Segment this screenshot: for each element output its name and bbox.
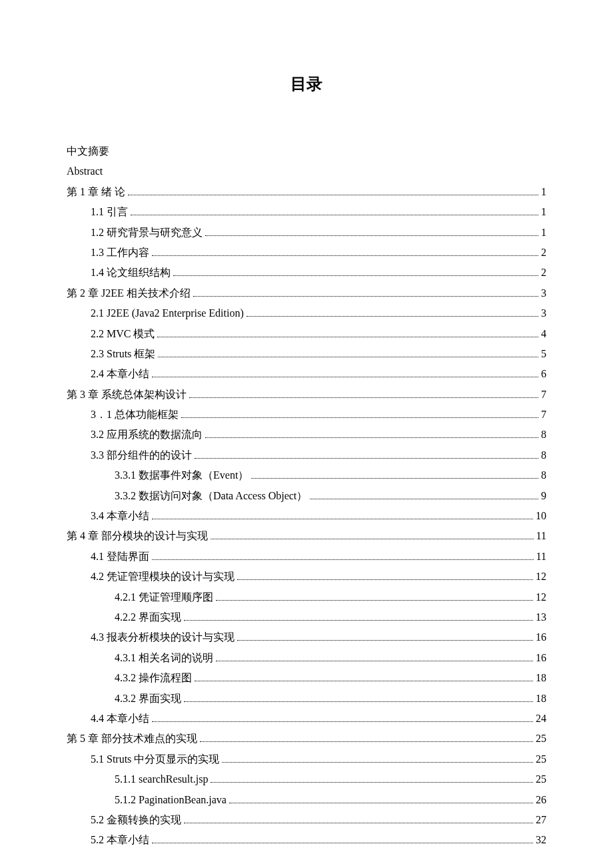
toc-entry-leader [152, 255, 538, 256]
toc-entry: 第 1 章 绪 论1 [67, 182, 546, 202]
toc-entry: 3.4 本章小结10 [67, 506, 546, 526]
toc-entry: 第 3 章 系统总体架构设计7 [67, 385, 546, 405]
toc-entry-page: 6 [541, 364, 546, 384]
toc-entry-leader [205, 235, 538, 236]
toc-entry-leader [128, 195, 538, 195]
toc-entry-leader [152, 559, 534, 560]
toc-entry-page: 12 [536, 567, 546, 587]
toc-entry: 1.3 工作内容2 [67, 243, 546, 263]
toc-entry-label: 4.2 凭证管理模块的设计与实现 [91, 567, 235, 587]
toc-entry-label: 3.4 本章小结 [91, 506, 149, 526]
toc-entry-label: 5.1.2 PaginationBean.java [115, 790, 227, 810]
toc-entry-page: 1 [541, 182, 546, 202]
toc-entry-label: 1.4 论文组织结构 [91, 263, 171, 283]
toc-entry-page: 13 [536, 607, 546, 627]
toc-entry-page: 3 [541, 283, 546, 303]
toc-entry-leader [195, 458, 538, 459]
toc-entry-label: 4.1 登陆界面 [91, 547, 149, 567]
toc-entry-label: 1.2 研究背景与研究意义 [91, 223, 203, 243]
toc-entry: 5.1.1 searchResult.jsp25 [67, 769, 546, 789]
toc-entry-leader [222, 762, 533, 763]
toc-entry: 4.2.2 界面实现13 [67, 607, 546, 627]
toc-entry: 4.3 报表分析模块的设计与实现16 [67, 627, 546, 647]
toc-entry-page: 1 [541, 223, 546, 243]
toc-entry-leader [152, 519, 533, 519]
toc-entry-label: 4.2.1 凭证管理顺序图 [115, 587, 213, 607]
toc-entry-label: 2.4 本章小结 [91, 364, 149, 384]
toc-entry-page: 11 [536, 547, 546, 567]
toc-entry-label: 5.1.1 searchResult.jsp [115, 769, 208, 789]
toc-entry: 5.2 本章小结32 [67, 830, 546, 850]
toc-entry: 1.4 论文组织结构2 [67, 263, 546, 283]
toc-entry-label: 4.3.2 界面实现 [115, 689, 181, 709]
toc-entry-page: 11 [536, 526, 546, 546]
toc-container: 中文摘要Abstract第 1 章 绪 论11.1 引言11.2 研究背景与研究… [67, 141, 546, 851]
toc-entry-label: 4.3.1 相关名词的说明 [115, 648, 213, 668]
toc-entry: 4.2 凭证管理模块的设计与实现12 [67, 567, 546, 587]
toc-entry: 4.3.2 界面实现18 [67, 689, 546, 709]
toc-entry-label: 第 3 章 系统总体架构设计 [67, 385, 187, 405]
toc-entry-leader [237, 640, 533, 641]
toc-entry-leader [211, 539, 534, 539]
toc-entry-leader [216, 661, 533, 661]
toc-entry: 2.1 J2EE (Java2 Enterprise Edition)3 [67, 303, 546, 323]
toc-entry-label: 第 4 章 部分模块的设计与实现 [67, 526, 208, 546]
toc-entry-leader [184, 620, 533, 621]
toc-entry-label: 4.3 报表分析模块的设计与实现 [91, 627, 235, 647]
toc-entry: 2.3 Struts 框架5 [67, 344, 546, 364]
toc-entry-label: 第 5 章 部分技术难点的实现 [67, 729, 197, 749]
toc-entry-leader [310, 499, 538, 499]
toc-entry: 4.1 登陆界面11 [67, 547, 546, 567]
toc-entry: 3．1 总体功能框架7 [67, 405, 546, 425]
toc-entry-page: 26 [536, 790, 546, 810]
toc-entry-leader [152, 721, 533, 722]
toc-entry-page: 9 [541, 486, 546, 506]
toc-entry-leader [181, 417, 538, 418]
toc-entry-label: 5.1 Struts 中分页显示的实现 [91, 749, 219, 769]
toc-entry-page: 8 [541, 445, 546, 465]
toc-entry-page: 10 [536, 506, 546, 526]
toc-entry-page: 32 [536, 830, 546, 850]
toc-entry-label: 第 1 章 绪 论 [67, 182, 125, 202]
toc-entry-label: 2.3 Struts 框架 [91, 344, 155, 364]
toc-entry-label: 3．1 总体功能框架 [91, 405, 179, 425]
toc-entry-leader [200, 741, 533, 742]
toc-entry-leader [229, 803, 533, 803]
toc-entry-page: 3 [541, 303, 546, 323]
toc-entry-label: 2.2 MVC 模式 [91, 324, 155, 344]
toc-entry-page: 25 [536, 769, 546, 789]
toc-entry: 1.1 引言1 [67, 202, 546, 222]
toc-entry-leader [152, 377, 538, 377]
toc-entry-leader [193, 296, 538, 297]
toc-entry-leader [237, 579, 533, 580]
toc-entry-page: 2 [541, 263, 546, 283]
toc-entry-leader [211, 782, 533, 783]
toc-entry-page: 7 [541, 405, 546, 425]
toc-entry-label: 3.3 部分组件的的设计 [91, 445, 192, 465]
toc-entry: Abstract [67, 161, 546, 181]
toc-entry: 5.1.2 PaginationBean.java26 [67, 790, 546, 810]
toc-entry-label: 3.3.2 数据访问对象（Data Access Object） [115, 486, 307, 506]
toc-entry-page: 27 [536, 810, 546, 830]
toc-entry-leader [251, 478, 538, 479]
toc-entry-page: 18 [536, 689, 546, 709]
toc-entry-label: 5.2 本章小结 [91, 830, 149, 850]
toc-entry-page: 4 [541, 324, 546, 344]
toc-entry-label: Abstract [67, 161, 103, 181]
toc-entry-label: 3.3.1 数据事件对象（Event） [115, 465, 249, 485]
toc-entry-page: 12 [536, 587, 546, 607]
toc-entry-leader [157, 337, 538, 337]
toc-entry: 5.1 Struts 中分页显示的实现25 [67, 749, 546, 769]
toc-entry-label: 1.3 工作内容 [91, 243, 149, 263]
toc-entry: 第 2 章 J2EE 相关技术介绍3 [67, 283, 546, 303]
toc-entry: 2.4 本章小结6 [67, 364, 546, 384]
toc-entry-page: 25 [536, 749, 546, 769]
toc-entry-page: 18 [536, 668, 546, 688]
toc-entry-leader [247, 316, 538, 317]
toc-entry-leader [158, 357, 538, 357]
toc-entry-leader [152, 843, 533, 843]
toc-entry: 2.2 MVC 模式4 [67, 324, 546, 344]
toc-entry: 4.4 本章小结24 [67, 709, 546, 729]
toc-entry: 4.2.1 凭证管理顺序图12 [67, 587, 546, 607]
toc-entry: 1.2 研究背景与研究意义1 [67, 223, 546, 243]
